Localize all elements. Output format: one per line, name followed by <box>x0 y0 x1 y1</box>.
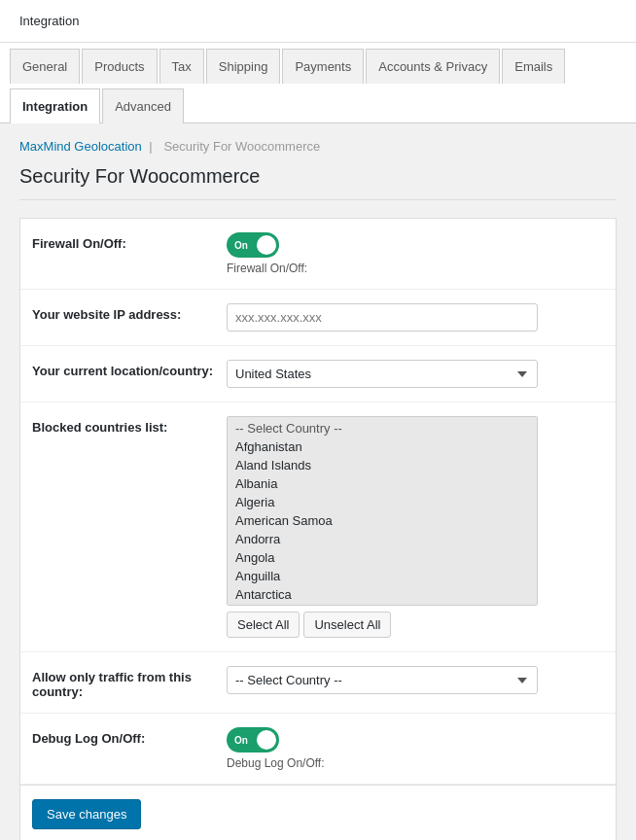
debug-log-on-label: On <box>234 735 248 746</box>
ip-address-input[interactable] <box>227 303 538 332</box>
blocked-countries-label: Blocked countries list: <box>32 416 227 435</box>
tab-accounts-privacy[interactable]: Accounts & Privacy <box>366 49 500 84</box>
debug-log-label: Debug Log On/Off: <box>32 727 227 746</box>
list-item: Antarctica <box>228 585 537 604</box>
firewall-content: On Firewall On/Off: <box>227 232 604 275</box>
allow-traffic-content: -- Select Country -- United States Unite… <box>227 666 604 694</box>
location-content: United States United Kingdom Canada Aust… <box>227 360 604 388</box>
allow-traffic-label: Allow only traffic from this country: <box>32 666 227 699</box>
firewall-on-label: On <box>234 240 248 251</box>
tab-tax[interactable]: Tax <box>159 49 204 84</box>
list-item: Andorra <box>228 530 537 548</box>
breadcrumb-current: Security For Woocommerce <box>163 139 320 154</box>
debug-log-content: On Debug Log On/Off: <box>227 727 604 770</box>
breadcrumb: MaxMind Geolocation | Security For Wooco… <box>19 139 617 154</box>
tab-advanced[interactable]: Advanced <box>102 88 184 123</box>
tab-shipping[interactable]: Shipping <box>206 49 281 84</box>
location-row: Your current location/country: United St… <box>20 346 616 402</box>
location-label: Your current location/country: <box>32 360 227 378</box>
save-bar: Save changes <box>20 785 616 840</box>
firewall-label: Firewall On/Off: <box>32 232 227 251</box>
page-title-bar: Integration <box>0 0 636 43</box>
ip-address-label: Your website IP address: <box>32 303 227 322</box>
tab-payments[interactable]: Payments <box>282 49 364 84</box>
tab-general[interactable]: General <box>10 49 80 84</box>
firewall-slider: On <box>227 232 279 258</box>
list-item: Algeria <box>228 493 537 511</box>
select-buttons: Select All Unselect All <box>227 612 604 638</box>
allow-traffic-select[interactable]: -- Select Country -- United States Unite… <box>227 666 538 694</box>
list-item: American Samoa <box>228 511 537 530</box>
ip-address-row: Your website IP address: <box>20 290 616 346</box>
list-item: Anguilla <box>228 567 537 585</box>
list-item: Albania <box>228 474 537 493</box>
list-item: Angola <box>228 548 537 567</box>
settings-wrap: Firewall On/Off: On Firewall On/Off: You… <box>19 218 617 840</box>
firewall-toggle[interactable]: On <box>227 232 279 258</box>
list-item: Antigua And Barbuda <box>228 604 537 606</box>
debug-log-toggle[interactable]: On <box>227 727 279 752</box>
blocked-countries-content: -- Select Country -- Afghanistan Aland I… <box>227 416 604 638</box>
debug-log-slider: On <box>227 727 279 752</box>
page-title: Integration <box>19 14 79 28</box>
allow-traffic-row: Allow only traffic from this country: --… <box>20 652 616 714</box>
select-all-button[interactable]: Select All <box>227 612 300 638</box>
tab-emails[interactable]: Emails <box>502 49 565 84</box>
tab-integration[interactable]: Integration <box>10 88 100 123</box>
list-item: Aland Islands <box>228 456 537 474</box>
section-title: Security For Woocommerce <box>19 165 617 200</box>
location-select[interactable]: United States United Kingdom Canada Aust… <box>227 360 538 388</box>
save-button[interactable]: Save changes <box>32 799 141 829</box>
content-area: MaxMind Geolocation | Security For Wooco… <box>0 123 636 840</box>
firewall-row: Firewall On/Off: On Firewall On/Off: <box>20 219 616 290</box>
tab-products[interactable]: Products <box>82 49 157 84</box>
blocked-countries-multiselect[interactable]: -- Select Country -- Afghanistan Aland I… <box>227 416 538 606</box>
debug-log-row: Debug Log On/Off: On Debug Log On/Off: <box>20 714 616 785</box>
firewall-sublabel: Firewall On/Off: <box>227 262 604 275</box>
ip-address-content <box>227 303 604 332</box>
debug-log-sublabel: Debug Log On/Off: <box>227 756 604 770</box>
blocked-countries-row: Blocked countries list: -- Select Countr… <box>20 402 616 652</box>
unselect-all-button[interactable]: Unselect All <box>303 612 391 638</box>
tabs-bar: General Products Tax Shipping Payments A… <box>0 43 636 123</box>
breadcrumb-link[interactable]: MaxMind Geolocation <box>19 139 142 154</box>
list-item: Afghanistan <box>228 438 537 456</box>
breadcrumb-separator: | <box>149 139 152 154</box>
list-item: -- Select Country -- <box>228 419 537 438</box>
